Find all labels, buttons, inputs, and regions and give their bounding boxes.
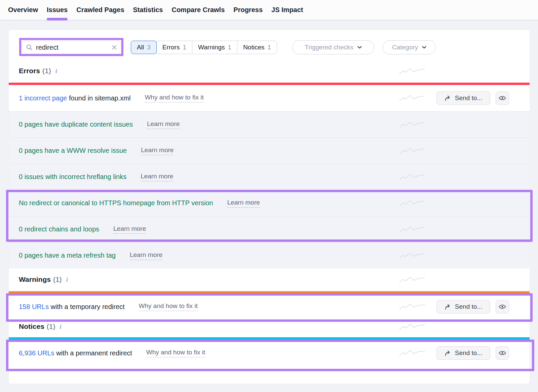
issue-text: 158 URLs with a temporary redirect <box>19 303 125 311</box>
errors-section-header: Errors(1)i <box>9 62 530 83</box>
issue-row-temporary-redirect: 158 URLs with a temporary redirect Why a… <box>9 294 530 320</box>
filter-all-count: 3 <box>147 44 151 51</box>
why-how-to-fix-link[interactable]: Why and how to fix it <box>146 349 205 357</box>
clear-search-icon[interactable] <box>112 45 117 50</box>
errors-title-text: Errors <box>19 67 40 75</box>
info-icon[interactable]: i <box>55 68 57 75</box>
issue-text-rest: found in sitemap.xml <box>67 94 130 102</box>
chevron-down-icon <box>357 46 362 49</box>
tab-crawled-pages[interactable]: Crawled Pages <box>76 0 124 20</box>
ok-text: No redirect or canonical to HTTPS homepa… <box>19 199 213 207</box>
tab-overview[interactable]: Overview <box>8 0 38 20</box>
issue-text-rest: with a permanent redirect <box>54 349 132 357</box>
filter-warnings-count: 1 <box>228 44 232 51</box>
info-icon[interactable]: i <box>60 323 62 330</box>
send-to-button[interactable]: Send to... <box>436 300 490 313</box>
view-issue-button[interactable] <box>496 300 509 313</box>
send-to-button[interactable]: Send to... <box>436 91 490 105</box>
tab-issues[interactable]: Issues <box>47 0 68 20</box>
trend-sparkline <box>399 322 426 331</box>
tab-bar: Overview Issues Crawled Pages Statistics… <box>0 0 538 20</box>
learn-more-link[interactable]: Learn more <box>141 146 174 155</box>
filter-errors-count: 1 <box>183 44 186 51</box>
row-actions: Send to... <box>436 346 509 360</box>
errors-title: Errors(1)i <box>19 67 57 75</box>
ok-text: 0 pages have a WWW resolve issue <box>19 147 127 155</box>
filter-errors-label: Errors <box>162 44 180 51</box>
learn-more-link[interactable]: Learn more <box>113 225 146 234</box>
issue-text: 1 incorrect page found in sitemap.xml <box>19 94 130 102</box>
warnings-count: (1) <box>53 275 62 283</box>
trend-sparkline <box>399 146 426 155</box>
warnings-title: Warnings(1)i <box>19 275 68 284</box>
row-actions: Send to... <box>436 91 509 105</box>
tab-progress[interactable]: Progress <box>233 0 263 20</box>
trend-sparkline <box>399 275 426 284</box>
search-input[interactable]: redirect <box>22 41 121 54</box>
triggered-checks-label: Triggered checks <box>305 44 353 51</box>
filter-notices[interactable]: Notices 1 <box>237 41 277 54</box>
issue-row-permanent-redirect: 6,936 URLs with a permanent redirect Why… <box>9 340 530 366</box>
view-issue-button[interactable] <box>496 91 509 105</box>
filter-errors[interactable]: Errors 1 <box>156 41 192 54</box>
info-icon[interactable]: i <box>66 276 68 283</box>
row-actions: Send to... <box>436 300 509 313</box>
trend-sparkline <box>399 349 426 357</box>
issue-count-link[interactable]: 158 URLs <box>19 303 49 310</box>
eye-icon <box>498 349 506 357</box>
why-how-to-fix-link[interactable]: Why and how to fix it <box>145 94 203 102</box>
triggered-checks-dropdown[interactable]: Triggered checks <box>292 40 374 54</box>
filter-all[interactable]: All 3 <box>131 41 157 54</box>
issue-count-link[interactable]: 1 incorrect page <box>19 94 67 102</box>
learn-more-link[interactable]: Learn more <box>130 251 162 260</box>
filter-warnings[interactable]: Warnings 1 <box>192 41 237 54</box>
notices-count: (1) <box>47 322 55 330</box>
issue-count-link[interactable]: 6,936 URLs <box>19 349 54 357</box>
ok-row-duplicate-content: 0 pages have duplicate content issues Le… <box>9 111 530 137</box>
ok-text: 0 pages have a meta refresh tag <box>19 252 116 259</box>
view-issue-button[interactable] <box>496 346 509 360</box>
ok-row-redirect-chains: 0 redirect chains and loops Learn more <box>9 216 530 242</box>
trend-sparkline <box>399 199 426 208</box>
tab-compare-crawls[interactable]: Compare Crawls <box>171 0 225 20</box>
trend-sparkline <box>399 251 426 260</box>
filter-notices-label: Notices <box>243 44 264 51</box>
trend-sparkline <box>399 94 426 102</box>
issues-panel: redirect All 3 Errors 1 Warnings 1 Notic… <box>8 30 530 384</box>
why-how-to-fix-link[interactable]: Why and how to fix it <box>139 302 198 311</box>
ok-row-www-resolve: 0 pages have a WWW resolve issue Learn m… <box>9 137 530 164</box>
ok-text: 0 pages have duplicate content issues <box>19 121 133 128</box>
issue-text-rest: with a temporary redirect <box>49 303 125 310</box>
eye-icon <box>498 94 506 102</box>
warnings-rows: 158 URLs with a temporary redirect Why a… <box>9 294 530 320</box>
errors-count: (1) <box>42 67 51 75</box>
learn-more-link[interactable]: Learn more <box>147 120 180 129</box>
send-to-arrow-icon <box>445 95 451 101</box>
warnings-title-text: Warnings <box>19 275 51 283</box>
tab-statistics[interactable]: Statistics <box>133 0 163 20</box>
filter-warnings-label: Warnings <box>198 44 225 51</box>
eye-icon <box>498 303 506 311</box>
learn-more-link[interactable]: Learn more <box>227 199 260 208</box>
notices-title: Notices(1)i <box>19 322 62 331</box>
notices-title-text: Notices <box>19 322 44 330</box>
trend-sparkline <box>399 120 426 129</box>
ok-row-hreflang: 0 issues with incorrect hreflang links L… <box>9 164 530 190</box>
site-audit-issues-page: Overview Issues Crawled Pages Statistics… <box>0 0 538 392</box>
category-dropdown[interactable]: Category <box>383 40 436 54</box>
send-to-arrow-icon <box>445 304 451 310</box>
send-to-button[interactable]: Send to... <box>436 346 490 360</box>
errors-rows: 1 incorrect page found in sitemap.xml Wh… <box>9 85 530 268</box>
issue-text: 6,936 URLs with a permanent redirect <box>19 349 132 357</box>
severity-filter: All 3 Errors 1 Warnings 1 Notices 1 <box>131 41 277 54</box>
warnings-severity-bar <box>9 291 530 294</box>
send-to-arrow-icon <box>445 350 451 356</box>
filter-all-label: All <box>137 44 144 51</box>
search-icon <box>26 44 33 51</box>
send-to-label: Send to... <box>455 349 482 357</box>
errors-severity-bar <box>9 83 530 85</box>
tab-js-impact[interactable]: JS Impact <box>271 0 303 20</box>
category-label: Category <box>392 44 418 51</box>
learn-more-link[interactable]: Learn more <box>141 173 173 181</box>
warnings-section-header: Warnings(1)i <box>9 268 530 291</box>
